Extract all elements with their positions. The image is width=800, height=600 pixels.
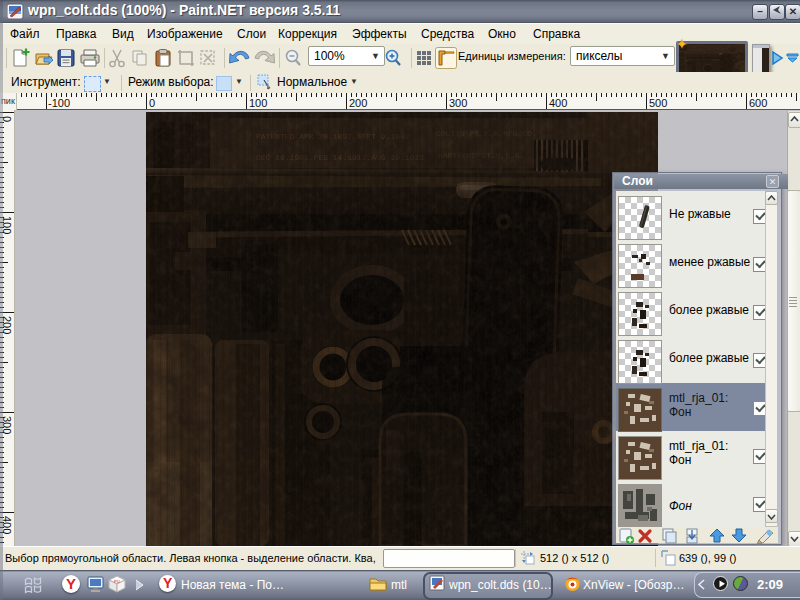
svg-text:600: 600 (749, 97, 767, 109)
svg-text:-100: -100 (48, 97, 70, 109)
svg-text:0: 0 (149, 97, 155, 109)
svg-text:300: 300 (449, 97, 467, 109)
svg-text:200: 200 (349, 97, 367, 109)
svg-text:PU: PU (114, 579, 120, 584)
svg-text:400: 400 (549, 97, 567, 109)
svg-text:100: 100 (249, 97, 267, 109)
svg-text:500: 500 (649, 97, 667, 109)
